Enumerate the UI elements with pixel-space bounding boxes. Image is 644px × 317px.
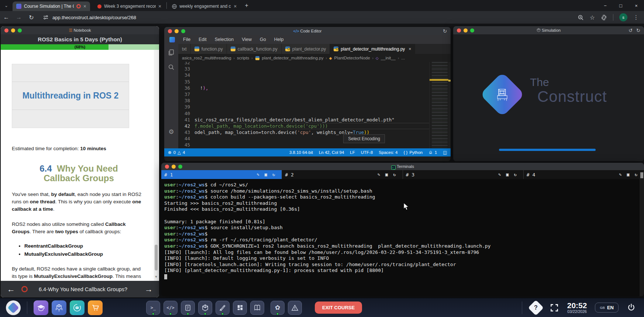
simulations-app-icon[interactable] bbox=[52, 300, 66, 315]
tab-close-icon[interactable]: × bbox=[158, 3, 161, 9]
code-editor-tool-button[interactable]: </> bbox=[163, 301, 178, 315]
simulation-viewport[interactable]: The Construct bbox=[453, 34, 644, 161]
browser-tab-course[interactable]: Course Simulation | The Co × bbox=[13, 1, 90, 11]
help-button[interactable]: ? bbox=[528, 300, 544, 315]
store-app-icon[interactable] bbox=[88, 300, 103, 315]
robot-app-icon[interactable] bbox=[70, 300, 85, 315]
crumb[interactable]: plant_detector_multithreading.py bbox=[262, 56, 324, 60]
editor-reload-icon[interactable]: ↻ bbox=[443, 28, 447, 34]
layout-toggle-icon[interactable]: ◫ bbox=[443, 150, 447, 155]
layout-tool-button[interactable] bbox=[233, 301, 247, 315]
browser-tab-week3[interactable]: Week 3 engagement record - re × bbox=[94, 1, 165, 11]
menu-file[interactable]: File bbox=[183, 37, 190, 42]
crumb[interactable]: scripts bbox=[237, 56, 249, 60]
menu-help[interactable]: Help bbox=[274, 37, 284, 42]
settings-gear-icon[interactable]: ⚙ bbox=[168, 128, 174, 136]
browser-menu-icon[interactable]: ⋮ bbox=[633, 14, 639, 21]
url-text[interactable]: app.theconstruct.ai/desktop/course/268 bbox=[52, 15, 136, 20]
menu-selection[interactable]: Selection bbox=[215, 37, 234, 42]
zoom-icon[interactable] bbox=[578, 14, 584, 21]
academy-app-icon[interactable] bbox=[34, 300, 48, 315]
popout-icon[interactable]: ▣ bbox=[627, 172, 630, 177]
popout-icon[interactable]: ▣ bbox=[506, 172, 509, 177]
tab-close-icon[interactable]: × bbox=[234, 3, 237, 9]
terminals-traffic-lights[interactable] bbox=[165, 165, 182, 169]
explorer-icon[interactable] bbox=[168, 49, 175, 56]
docs-tool-button[interactable] bbox=[250, 301, 264, 315]
terminals-tool-button[interactable]: >_ bbox=[146, 301, 160, 315]
minimize-button[interactable]: − bbox=[597, 0, 613, 11]
back-button[interactable]: ← bbox=[0, 14, 13, 21]
simulation-tool-button[interactable] bbox=[198, 301, 212, 315]
scrollbar-thumb[interactable] bbox=[640, 172, 643, 178]
editor-tab-function[interactable]: function.py bbox=[191, 44, 227, 54]
refresh-icon[interactable]: ↻ bbox=[636, 28, 640, 33]
rename-icon[interactable]: ✎ bbox=[619, 172, 621, 177]
problems-indicator[interactable]: ⊗0△4 bbox=[168, 150, 185, 155]
rename-icon[interactable]: ✎ bbox=[257, 172, 259, 177]
indentation-indicator[interactable]: Spaces: 4 bbox=[379, 150, 397, 155]
editor-titlebar[interactable]: </> Code Editor ↻ bbox=[164, 27, 451, 35]
editor-tab-plant-detector-multithreading[interactable]: plant_detector_multithreading.py× bbox=[330, 44, 415, 54]
crumb[interactable]: asics_ros2_multithreading bbox=[182, 56, 231, 60]
terminal-scrollbar[interactable] bbox=[640, 172, 644, 296]
terminal-tab-3[interactable]: # 3✎▣↻ bbox=[403, 170, 524, 179]
fullscreen-button[interactable] bbox=[550, 303, 559, 313]
terminal-output[interactable]: user:~/ros2_ws$ cd ~/ros2_ws/user:~/ros2… bbox=[161, 179, 644, 280]
language-mode[interactable]: { }Python bbox=[404, 150, 423, 155]
new-tab-button[interactable]: + bbox=[245, 2, 248, 9]
tab-close-icon[interactable]: × bbox=[409, 46, 411, 52]
popout-icon[interactable]: ▣ bbox=[385, 172, 388, 177]
menu-view[interactable]: View bbox=[242, 37, 252, 42]
minimap[interactable] bbox=[429, 62, 451, 148]
reload-button[interactable]: ↻ bbox=[25, 14, 38, 21]
exit-course-button[interactable]: EXIT COURSE bbox=[315, 302, 362, 314]
forward-button[interactable]: → bbox=[13, 14, 25, 21]
restart-terminal-icon[interactable]: ↻ bbox=[635, 172, 637, 177]
restart-icon[interactable]: ↺ bbox=[628, 28, 633, 33]
tab-search-chevron-icon[interactable]: ⌄ bbox=[0, 3, 13, 8]
menu-go[interactable]: Go bbox=[260, 37, 266, 42]
editor-tab-callback-function[interactable]: callback_function.py bbox=[227, 44, 282, 54]
editor-traffic-lights[interactable] bbox=[168, 29, 185, 33]
scrollbar-thumb[interactable] bbox=[155, 245, 158, 271]
simulation-titlebar[interactable]: Simulation ↺↻ bbox=[453, 26, 644, 34]
menu-edit[interactable]: Edit bbox=[199, 37, 207, 42]
crumb[interactable]: ... bbox=[401, 56, 405, 60]
notebook-titlebar[interactable]: ☰ Notebook bbox=[1, 26, 159, 34]
encoding-indicator[interactable]: UTF-8 bbox=[361, 150, 373, 155]
restart-terminal-icon[interactable]: ↻ bbox=[514, 172, 517, 177]
next-unit-button[interactable]: → bbox=[138, 285, 159, 294]
close-window-button[interactable]: × bbox=[628, 0, 644, 11]
power-button[interactable] bbox=[627, 303, 636, 312]
code-area[interactable]: 323334353637383940414243444546 !), sic_r… bbox=[178, 62, 451, 148]
profile-avatar[interactable]: s bbox=[619, 13, 627, 21]
ai-assistant-tool-button[interactable]: ✿ bbox=[271, 301, 285, 315]
eol-indicator[interactable]: LF bbox=[350, 150, 355, 155]
terminals-titlebar[interactable]: >_ Terminals bbox=[161, 163, 644, 170]
editor-code[interactable]: !), sic_ros2_extra_files/plant_detector/… bbox=[194, 62, 429, 148]
browser-tab-weekly[interactable]: weekly engagement and contril × bbox=[168, 1, 240, 11]
rename-icon[interactable]: ✎ bbox=[498, 172, 501, 177]
bookmark-star-icon[interactable]: ☆ bbox=[590, 14, 595, 21]
terminal-tab-4[interactable]: # 4✎▣↻ bbox=[524, 170, 644, 179]
rename-icon[interactable]: ✎ bbox=[378, 172, 380, 177]
notebook-tool-button[interactable] bbox=[181, 301, 195, 315]
restart-terminal-icon[interactable]: ↻ bbox=[272, 172, 275, 177]
extensions-icon[interactable] bbox=[601, 14, 607, 21]
tools-tool-button[interactable] bbox=[216, 301, 230, 315]
popout-icon[interactable]: ▣ bbox=[265, 172, 267, 177]
simulation-traffic-lights[interactable] bbox=[457, 28, 474, 32]
maximize-button[interactable]: □ bbox=[613, 0, 628, 11]
editor-tab-plant-detector[interactable]: plant_detector.py bbox=[282, 44, 330, 54]
terminal-tab-1[interactable]: # 1✎▣↻ bbox=[161, 170, 282, 179]
restart-terminal-icon[interactable]: ↻ bbox=[393, 172, 396, 177]
crumb[interactable]: PlantDetectorNode bbox=[334, 56, 370, 60]
python-version[interactable]: 3.8.10 64-bit bbox=[289, 150, 313, 155]
search-icon[interactable] bbox=[168, 64, 175, 70]
site-settings-icon[interactable] bbox=[43, 14, 49, 20]
language-selector[interactable]: GBEN bbox=[595, 303, 619, 313]
report-issue-tool-button[interactable] bbox=[288, 301, 302, 315]
prev-unit-button[interactable]: ← bbox=[1, 285, 21, 294]
notifications[interactable]: 🕭1 bbox=[428, 150, 437, 155]
